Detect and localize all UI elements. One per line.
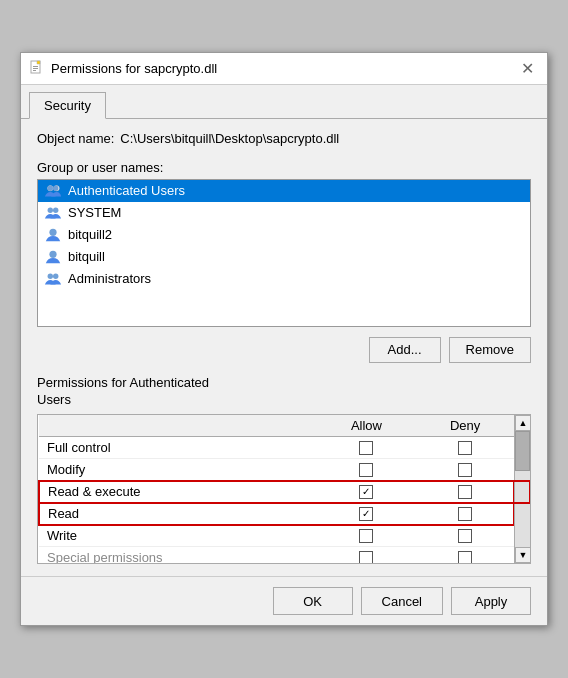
allow-checkbox-1[interactable] (359, 463, 373, 477)
user-name-1: SYSTEM (68, 205, 121, 220)
perm-deny-2[interactable] (416, 481, 514, 503)
deny-checkbox-5[interactable] (458, 551, 472, 565)
user-name-4: Administrators (68, 271, 151, 286)
perm-deny-5[interactable] (416, 547, 514, 565)
perm-row-3: Read (39, 503, 530, 525)
permissions-table-wrapper: Allow Deny Full control (37, 414, 531, 564)
user-item-system[interactable]: SYSTEM (38, 202, 530, 224)
svg-rect-3 (33, 68, 38, 69)
svg-point-9 (53, 185, 58, 190)
perm-deny-1[interactable] (416, 459, 514, 481)
user-item-authenticated-users[interactable]: Authenticated Users (38, 180, 530, 202)
group-icon-4 (44, 271, 62, 287)
deny-checkbox-0[interactable] (458, 441, 472, 455)
dialog-footer: OK Cancel Apply (21, 576, 547, 625)
perm-name-2: Read & execute (39, 481, 317, 503)
perm-deny-3[interactable] (416, 503, 514, 525)
user-item-administrators[interactable]: Administrators (38, 268, 530, 290)
title-bar: Permissions for sapcrypto.dll ✕ (21, 53, 547, 85)
svg-point-11 (53, 207, 58, 212)
perm-scroll-0: ▲ ▼ (514, 437, 530, 565)
file-icon (29, 60, 45, 76)
perm-row-4: Write (39, 525, 530, 547)
perm-row-0: Full control (39, 437, 530, 459)
allow-checkbox-4[interactable] (359, 529, 373, 543)
svg-rect-4 (33, 70, 36, 71)
deny-checkbox-2[interactable] (458, 485, 472, 499)
user-item-bitquill2[interactable]: bitquill2 (38, 224, 530, 246)
allow-checkbox-2[interactable] (359, 485, 373, 499)
close-button[interactable]: ✕ (515, 56, 539, 80)
svg-point-15 (53, 273, 58, 278)
system-icon (44, 205, 62, 221)
deny-checkbox-4[interactable] (458, 529, 472, 543)
svg-marker-5 (37, 61, 40, 64)
object-name-row: Object name: C:\Users\bitquill\Desktop\s… (37, 131, 531, 146)
tab-bar: Security (21, 85, 547, 119)
user-name-3: bitquill (68, 249, 105, 264)
add-button[interactable]: Add... (369, 337, 441, 363)
perm-name-4: Write (39, 525, 317, 547)
svg-point-8 (48, 185, 53, 190)
perm-allow-4[interactable] (317, 525, 416, 547)
deny-checkbox-1[interactable] (458, 463, 472, 477)
dialog-content: Object name: C:\Users\bitquill\Desktop\s… (21, 119, 547, 577)
permissions-dialog: Permissions for sapcrypto.dll ✕ Security… (20, 52, 548, 627)
perm-row-5: Special permissions (39, 547, 530, 565)
allow-checkbox-0[interactable] (359, 441, 373, 455)
user-name-0: Authenticated Users (68, 183, 185, 198)
cancel-button[interactable]: Cancel (361, 587, 443, 615)
permissions-header: Permissions for AuthenticatedUsers (37, 375, 531, 409)
svg-point-10 (48, 207, 53, 212)
perm-row-2: Read & execute (39, 481, 530, 503)
perm-row-1: Modify (39, 459, 530, 481)
perm-name-3: Read (39, 503, 317, 525)
object-name-value: C:\Users\bitquill\Desktop\sapcrypto.dll (120, 131, 339, 146)
scroll-track (515, 431, 530, 547)
perm-allow-5[interactable] (317, 547, 416, 565)
dialog-title: Permissions for sapcrypto.dll (51, 61, 217, 76)
group-users-label: Group or user names: (37, 160, 531, 175)
permissions-table: Allow Deny Full control (38, 415, 530, 564)
user-list[interactable]: Authenticated Users SYSTEM bitquill2 (37, 179, 531, 327)
perm-name-5: Special permissions (39, 547, 317, 565)
user-item-bitquill[interactable]: bitquill (38, 246, 530, 268)
perm-allow-2[interactable] (317, 481, 416, 503)
svg-point-12 (49, 228, 56, 235)
perm-name-0: Full control (39, 437, 317, 459)
perm-allow-1[interactable] (317, 459, 416, 481)
svg-rect-2 (33, 66, 38, 67)
group-icon-0 (44, 183, 62, 199)
user-icon-2 (44, 227, 62, 243)
title-bar-left: Permissions for sapcrypto.dll (29, 60, 217, 76)
col-allow: Allow (317, 415, 416, 437)
col-deny: Deny (416, 415, 514, 437)
svg-point-13 (49, 250, 56, 257)
user-name-2: bitquill2 (68, 227, 112, 242)
ok-button[interactable]: OK (273, 587, 353, 615)
allow-checkbox-3[interactable] (359, 507, 373, 521)
deny-checkbox-3[interactable] (458, 507, 472, 521)
perm-deny-0[interactable] (416, 437, 514, 459)
perm-name-1: Modify (39, 459, 317, 481)
perm-allow-0[interactable] (317, 437, 416, 459)
add-remove-row: Add... Remove (37, 337, 531, 363)
svg-point-14 (48, 273, 53, 278)
scrollbar[interactable]: ▲ ▼ (514, 415, 530, 563)
scroll-thumb[interactable] (515, 431, 530, 471)
scroll-up-arrow[interactable]: ▲ (515, 415, 531, 431)
object-name-label: Object name: (37, 131, 114, 146)
permissions-header-row: Allow Deny (39, 415, 530, 437)
apply-button[interactable]: Apply (451, 587, 531, 615)
remove-button[interactable]: Remove (449, 337, 531, 363)
scroll-down-arrow[interactable]: ▼ (515, 547, 531, 563)
perm-deny-4[interactable] (416, 525, 514, 547)
tab-security[interactable]: Security (29, 92, 106, 119)
perm-allow-3[interactable] (317, 503, 416, 525)
user-icon-3 (44, 249, 62, 265)
col-permission (39, 415, 317, 437)
allow-checkbox-5[interactable] (359, 551, 373, 565)
